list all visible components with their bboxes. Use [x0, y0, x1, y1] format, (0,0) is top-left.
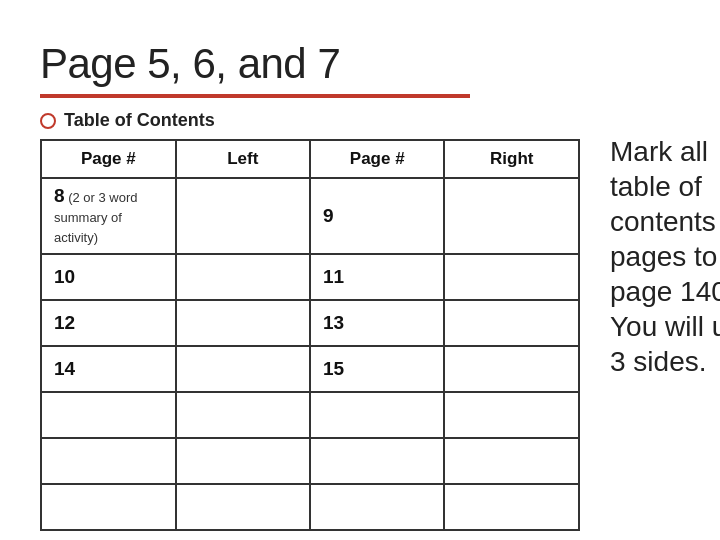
cell-right	[444, 346, 579, 392]
table-row: 1415	[41, 346, 579, 392]
cell-right	[444, 300, 579, 346]
toc-table: Page # Left Page # Right 8 (2 or 3 word …	[40, 139, 580, 531]
table-row: 1213	[41, 300, 579, 346]
table-row: 8 (2 or 3 word summary of activity)9	[41, 178, 579, 254]
cell-left	[176, 346, 310, 392]
bullet-icon	[40, 113, 56, 129]
cell-left-page: 10	[41, 254, 176, 300]
table-header-row: Page # Left Page # Right	[41, 140, 579, 178]
cell-left-page	[41, 484, 176, 530]
cell-left	[176, 392, 310, 438]
cell-right	[444, 392, 579, 438]
cell-right-page: 9	[310, 178, 444, 254]
col-header-page-right: Page #	[310, 140, 444, 178]
col-header-page-left: Page #	[41, 140, 176, 178]
cell-left-page: 14	[41, 346, 176, 392]
col-header-left: Left	[176, 140, 310, 178]
cell-right-page	[310, 438, 444, 484]
cell-right-page: 13	[310, 300, 444, 346]
cell-right-page	[310, 392, 444, 438]
table-row: 1011	[41, 254, 579, 300]
slide: Page 5, 6, and 7 Table of Contents Page …	[0, 0, 720, 540]
cell-left-page: 12	[41, 300, 176, 346]
col-header-right: Right	[444, 140, 579, 178]
cell-right-page: 15	[310, 346, 444, 392]
side-note: Mark all table of contents pages to page…	[610, 134, 720, 379]
title-underline	[40, 94, 470, 98]
cell-left-page: 8 (2 or 3 word summary of activity)	[41, 178, 176, 254]
cell-right	[444, 438, 579, 484]
cell-left	[176, 254, 310, 300]
cell-left-page	[41, 438, 176, 484]
content-area: Page # Left Page # Right 8 (2 or 3 word …	[40, 139, 680, 531]
cell-right	[444, 178, 579, 254]
cell-right-page	[310, 484, 444, 530]
table-row	[41, 392, 579, 438]
table-container: Page # Left Page # Right 8 (2 or 3 word …	[40, 139, 580, 531]
table-row	[41, 438, 579, 484]
cell-left	[176, 438, 310, 484]
page-title: Page 5, 6, and 7	[40, 40, 680, 88]
cell-left	[176, 300, 310, 346]
cell-left	[176, 484, 310, 530]
cell-right	[444, 484, 579, 530]
section-heading-label: Table of Contents	[64, 110, 215, 131]
table-row	[41, 484, 579, 530]
cell-right	[444, 254, 579, 300]
section-heading: Table of Contents	[40, 110, 680, 131]
cell-left-page	[41, 392, 176, 438]
cell-left	[176, 178, 310, 254]
cell-right-page: 11	[310, 254, 444, 300]
